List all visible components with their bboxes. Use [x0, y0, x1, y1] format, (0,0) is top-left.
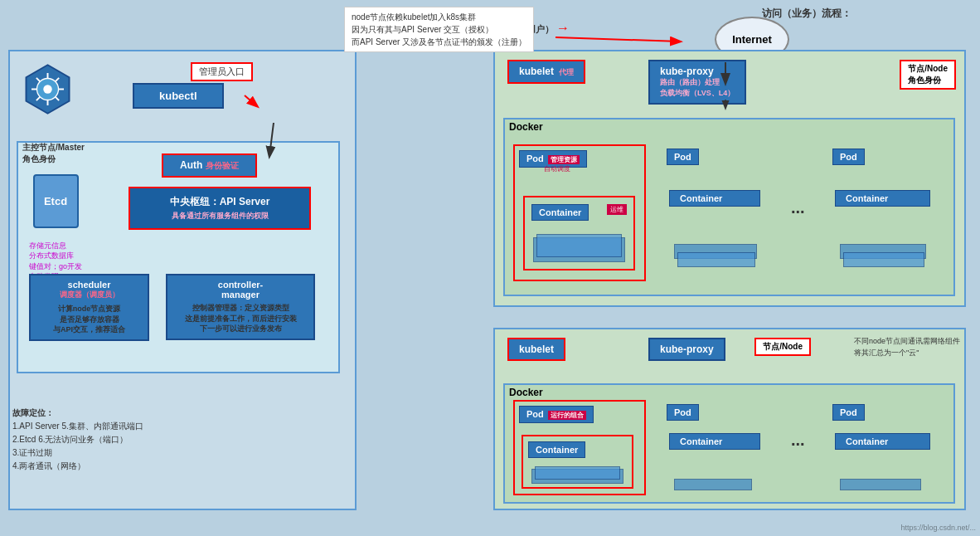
fault-item-4: 4.两者通讯（网络） [12, 460, 143, 473]
node2-label: 节点/Node [754, 338, 811, 356]
node1-kubeproxy-box: kube-proxy 路由（路由）处理 负载均衡（LVS、L4） [648, 60, 746, 105]
node2-kubeproxy-box: kube-proxy [648, 338, 725, 361]
api-server-sub: 具备通过所有服务组件的权限 [138, 211, 301, 222]
master-label: 主控节点/Master 角色身份 [22, 142, 85, 165]
node1-container3-box: Container [835, 190, 930, 207]
watermark: https://blog.csdn.net/... [900, 524, 976, 532]
node1-pod2-box: Pod [667, 149, 699, 165]
right-top-section: kubelet 代理 kube-proxy 路由（路由）处理 负载均衡（LVS、… [493, 50, 966, 307]
annotation-line3: 而API Server 又涉及各节点证书的颁发（注册） [352, 36, 526, 48]
annotation-line2: 因为只有其与API Server 交互（授权） [352, 23, 526, 36]
node1-kubeproxy-sub1: 路由（路由）处理 [660, 77, 735, 88]
node2-pod3-group: Pod Container [828, 400, 944, 495]
node2-pod2-box: Pod [667, 404, 699, 421]
api-server-main: 中央枢纽：API Server [138, 195, 301, 209]
annotation-box: node节点依赖kubelet加入k8s集群 因为只有其与API Server … [344, 7, 534, 52]
main-container: node节点依赖kubelet加入k8s集群 因为只有其与API Server … [0, 0, 980, 536]
node2-kubelet-box: kubelet [507, 338, 565, 361]
fault-diagnosis-box: 故障定位： 1.API Server 5.集群、内部通讯端口 2.Etcd 6.… [12, 407, 143, 473]
node2-pod1-group: Pod 运行的组合 Container [513, 400, 646, 495]
node2-container1-box: Container [528, 441, 585, 458]
node1-container1-group: Container 运维 [523, 196, 635, 270]
scheduler-desc: 计算node节点资源 是否足够存放容器 与API交互，推荐适合 [37, 304, 141, 335]
auth-main: Auth [180, 159, 202, 171]
controller-main: controller- manager [174, 280, 307, 300]
node2-pod3-box: Pod [832, 404, 865, 421]
kubectl-box: kubectl [133, 83, 224, 109]
node2-container2-box: Container [669, 433, 760, 450]
access-flow-label: 访问（业务）流程： [762, 7, 851, 21]
node1-container1-box: Container [531, 204, 589, 221]
node1-pod2-group: Pod Container [662, 144, 770, 281]
node1-pod3-group: Pod Container [828, 144, 944, 281]
node2-kubeproxy-desc: 不同node节点间通讯需网络组件 将其汇总为一个"云" [854, 336, 960, 358]
node1-kubelet-sub: 代理 [559, 68, 574, 76]
node1-kubelet-main: kubelet [519, 66, 554, 77]
etcd-cylinder: Etcd [33, 174, 79, 228]
node1-dots: ... [791, 198, 805, 217]
scheduler-main: scheduler [37, 280, 141, 290]
scheduler-box: scheduler 调度器（调度员） 计算node节点资源 是否足够存放容器 与… [29, 274, 149, 341]
node2-container1-group: Container [522, 435, 633, 489]
node1-pod1-label2: 自动调度 [544, 164, 570, 173]
internet-label: Internet [732, 33, 772, 46]
svg-line-11 [555, 37, 680, 41]
annotation-line1: node节点依赖kubelet加入k8s集群 [352, 11, 526, 23]
node2-pod2-group: Pod Container [662, 400, 770, 495]
node1-container1-sub: 运维 [607, 204, 627, 215]
node2-kubeproxy-main: kube-proxy [660, 344, 714, 355]
admin-entry-label: 管理员入口 [191, 62, 253, 81]
node1-label: 节点/Node 角色身份 [900, 60, 956, 90]
node1-pod1-group: Pod 管理资源 自动调度 Container 运维 [513, 144, 646, 281]
controller-manager-box: controller- manager 控制器管理器：定义资源类型 这是前提准备… [166, 274, 315, 340]
node2-dots: ... [791, 431, 805, 450]
node1-docker-area: Docker Pod 管理资源 自动调度 Container 运维 [503, 118, 955, 296]
fault-item-1: 1.API Server 5.集群、内部通讯端口 [12, 420, 143, 433]
scheduler-label-red: 调度器（调度员） [37, 290, 141, 300]
node2-docker-label: Docker [505, 385, 953, 400]
node2-docker-area: Docker Pod 运行的组合 Container [503, 383, 955, 504]
fault-item-3: 3.证书过期 [12, 446, 143, 460]
node1-container2-box: Container [669, 190, 760, 207]
api-server-box: 中央枢纽：API Server 具备通过所有服务组件的权限 [129, 187, 311, 230]
fault-item-2: 2.Etcd 6.无法访问业务（端口） [12, 433, 143, 446]
controller-desc: 控制器管理器：定义资源类型 这是前提准备工作，而后进行安装 下一步可以进行业务发… [174, 303, 307, 334]
node2-kubelet-main: kubelet [519, 344, 554, 355]
node2-pod1-label: 运行的组合 [548, 411, 586, 420]
node1-kubeproxy-main: kube-proxy [660, 66, 714, 77]
node1-kubeproxy-sub2: 负载均衡（LVS、L4） [660, 88, 735, 99]
node1-pod3-box: Pod [832, 149, 865, 165]
right-bottom-section: kubelet kube-proxy 不同node节点间通讯需网络组件 将其汇总… [493, 328, 966, 510]
k8s-logo [21, 62, 75, 116]
auth-box: Auth 身份验证 [162, 153, 257, 178]
node1-docker-label: Docker [505, 119, 953, 134]
node1-pod1-label: 管理资源 [548, 155, 580, 164]
auth-sub: 身份验证 [206, 161, 239, 170]
svg-point-10 [43, 85, 51, 93]
fault-title: 故障定位： [12, 408, 54, 417]
node2-container3-box: Container [835, 433, 930, 450]
node1-kubelet-box: kubelet 代理 [507, 60, 585, 84]
node2-pod1-box: Pod 运行的组合 [519, 406, 594, 423]
